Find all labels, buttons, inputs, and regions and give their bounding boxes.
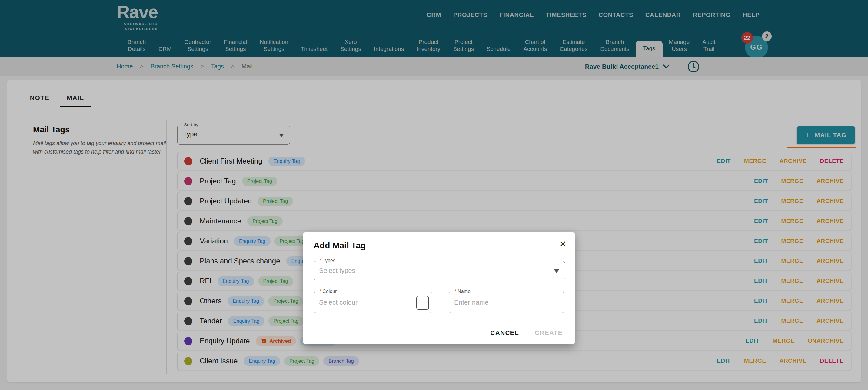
close-icon[interactable]: ✕ bbox=[559, 240, 566, 248]
colour-input[interactable] bbox=[319, 292, 404, 313]
name-input[interactable] bbox=[454, 292, 537, 313]
colour-swatch[interactable] bbox=[416, 295, 429, 310]
dialog-actions: CANCEL CREATE bbox=[490, 329, 563, 336]
add-mail-tag-dialog: Add Mail Tag ✕ *Types *Colour *Name CANC… bbox=[303, 232, 575, 344]
cancel-button[interactable]: CANCEL bbox=[490, 329, 519, 336]
colour-field[interactable]: *Colour bbox=[314, 292, 432, 313]
types-dropdown-arrow-icon bbox=[554, 269, 559, 273]
types-select-input[interactable] bbox=[319, 261, 500, 280]
name-field[interactable]: *Name bbox=[449, 292, 564, 313]
types-select-field[interactable]: *Types bbox=[314, 261, 565, 281]
create-button[interactable]: CREATE bbox=[535, 329, 563, 336]
dialog-title: Add Mail Tag bbox=[314, 241, 366, 251]
